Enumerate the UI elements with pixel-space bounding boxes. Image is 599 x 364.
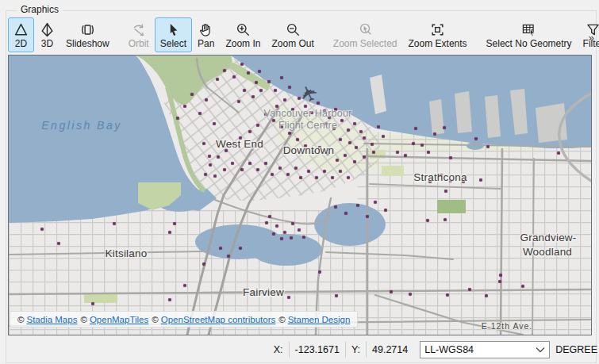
data-point[interactable] — [318, 270, 321, 274]
toolbar-button-3d[interactable]: 3D — [34, 17, 60, 52]
data-point[interactable] — [374, 201, 377, 204]
data-point[interactable] — [356, 204, 359, 207]
data-point[interactable] — [363, 136, 366, 140]
data-point[interactable] — [335, 294, 338, 297]
data-point[interactable] — [267, 80, 271, 83]
data-point[interactable] — [168, 231, 171, 234]
data-point[interactable] — [363, 155, 366, 159]
data-point[interactable] — [272, 119, 275, 122]
data-point[interactable] — [57, 242, 60, 245]
data-point[interactable] — [239, 247, 242, 250]
data-point[interactable] — [252, 95, 255, 98]
data-point[interactable] — [377, 125, 380, 128]
data-point[interactable] — [202, 262, 205, 266]
data-point[interactable] — [339, 138, 342, 141]
crs-combobox[interactable]: LL-WGS84 — [420, 341, 550, 358]
data-point[interactable] — [205, 98, 208, 102]
map-viewport[interactable]: ✈ English BayWest EndDowntownVancouver H… — [8, 55, 592, 335]
data-point[interactable] — [294, 167, 298, 170]
data-point[interactable] — [396, 151, 399, 154]
data-point[interactable] — [296, 138, 299, 141]
data-point[interactable] — [409, 293, 412, 296]
data-point[interactable] — [278, 167, 282, 170]
toolbar-button-select-no-geometry[interactable]: Select No Geometry — [481, 17, 578, 52]
data-point[interactable] — [446, 293, 449, 297]
data-point[interactable] — [298, 228, 301, 232]
data-point[interactable] — [443, 126, 446, 129]
data-point[interactable] — [498, 280, 501, 283]
data-point[interactable] — [237, 100, 240, 103]
data-point[interactable] — [344, 154, 347, 157]
data-point[interactable] — [382, 135, 385, 138]
data-point[interactable] — [485, 294, 488, 297]
data-point[interactable] — [255, 81, 258, 84]
data-point[interactable] — [359, 130, 363, 133]
data-point[interactable] — [283, 98, 286, 102]
data-point[interactable] — [204, 173, 207, 176]
data-point[interactable] — [274, 89, 277, 92]
data-point[interactable] — [283, 231, 286, 234]
data-point[interactable] — [259, 89, 263, 92]
toolbar-overflow-button[interactable]: » — [589, 32, 593, 44]
data-point[interactable] — [208, 155, 211, 158]
data-point[interactable] — [190, 93, 194, 96]
data-point[interactable] — [288, 132, 291, 135]
data-point[interactable] — [291, 222, 294, 225]
data-point[interactable] — [347, 176, 350, 179]
data-point[interactable] — [315, 176, 318, 179]
data-point[interactable] — [217, 155, 220, 159]
data-point[interactable] — [213, 122, 216, 125]
data-point[interactable] — [287, 296, 290, 299]
data-point[interactable] — [355, 146, 358, 149]
data-point[interactable] — [173, 222, 176, 225]
data-point[interactable] — [499, 274, 502, 277]
data-point[interactable] — [414, 127, 417, 130]
data-point[interactable] — [521, 285, 524, 288]
data-point[interactable] — [264, 162, 267, 165]
attribution-link-openmaptiles[interactable]: OpenMapTiles — [90, 315, 148, 324]
data-point[interactable] — [275, 224, 278, 228]
data-point[interactable] — [299, 176, 302, 179]
toolbar-button-slideshow[interactable]: Slideshow — [60, 17, 115, 52]
data-point[interactable] — [168, 298, 171, 301]
toolbar-button-select[interactable]: Select — [155, 17, 192, 52]
data-point[interactable] — [302, 236, 305, 239]
toolbar-button-2d[interactable]: 2D — [8, 17, 34, 52]
data-point[interactable] — [240, 63, 244, 66]
data-point[interactable] — [231, 162, 234, 165]
attribution-link-openstreetmap-contributors[interactable]: OpenStreetMap contributors — [161, 315, 275, 324]
data-point[interactable] — [390, 290, 393, 293]
data-point[interactable] — [227, 255, 230, 258]
data-point[interactable] — [280, 237, 283, 240]
data-point[interactable] — [412, 142, 415, 145]
data-point[interactable] — [223, 69, 226, 72]
data-point[interactable] — [219, 247, 222, 250]
data-point[interactable] — [372, 151, 375, 154]
data-point[interactable] — [307, 170, 310, 173]
data-point[interactable] — [216, 78, 219, 81]
data-point[interactable] — [347, 128, 350, 132]
data-point[interactable] — [348, 141, 351, 144]
data-point[interactable] — [223, 168, 226, 171]
data-point[interactable] — [323, 170, 326, 173]
data-point[interactable] — [420, 144, 424, 147]
data-point[interactable] — [371, 143, 374, 146]
toolbar-button-zoom-extents[interactable]: Zoom Extents — [403, 17, 473, 52]
data-point[interactable] — [479, 178, 482, 182]
data-point[interactable] — [443, 218, 447, 221]
data-point[interactable] — [258, 70, 261, 73]
data-point[interactable] — [268, 215, 271, 218]
data-point[interactable] — [213, 174, 217, 178]
data-point[interactable] — [444, 190, 447, 193]
data-point[interactable] — [247, 71, 250, 75]
data-point[interactable] — [176, 117, 179, 120]
data-point[interactable] — [183, 105, 186, 108]
data-point[interactable] — [449, 156, 452, 159]
data-point[interactable] — [474, 137, 478, 140]
data-point[interactable] — [468, 288, 471, 291]
data-point[interactable] — [271, 173, 274, 176]
data-point[interactable] — [404, 154, 407, 157]
toolbar-button-zoom-out[interactable]: Zoom Out — [266, 17, 319, 52]
data-point[interactable] — [353, 160, 356, 163]
data-point[interactable] — [344, 212, 347, 215]
